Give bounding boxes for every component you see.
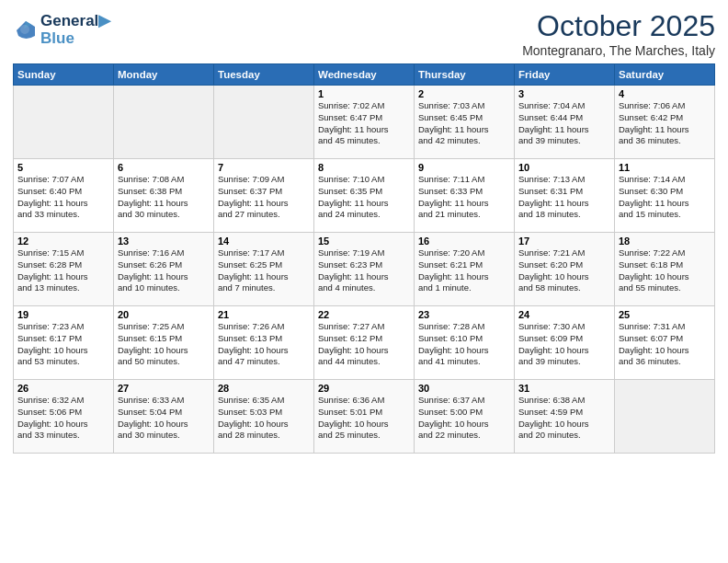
day-cell: 4Sunrise: 7:06 AM Sunset: 6:42 PM Daylig…	[615, 86, 715, 159]
day-detail: Sunrise: 7:08 AM Sunset: 6:38 PM Dayligh…	[118, 174, 210, 221]
col-header-friday: Friday	[515, 64, 615, 86]
day-number: 24	[518, 309, 610, 320]
day-cell: 17Sunrise: 7:21 AM Sunset: 6:20 PM Dayli…	[515, 233, 615, 306]
day-number: 21	[218, 309, 310, 320]
calendar-title: October 2025	[522, 9, 715, 43]
day-detail: Sunrise: 6:35 AM Sunset: 5:03 PM Dayligh…	[218, 395, 310, 442]
day-detail: Sunrise: 6:37 AM Sunset: 5:00 PM Dayligh…	[418, 395, 510, 442]
title-block: October 2025 Montegranaro, The Marches, …	[522, 9, 715, 58]
day-cell: 10Sunrise: 7:13 AM Sunset: 6:31 PM Dayli…	[515, 159, 615, 233]
day-number: 11	[619, 162, 711, 173]
day-cell: 7Sunrise: 7:09 AM Sunset: 6:37 PM Daylig…	[214, 159, 314, 233]
day-cell: 26Sunrise: 6:32 AM Sunset: 5:06 PM Dayli…	[14, 380, 114, 454]
day-cell: 20Sunrise: 7:25 AM Sunset: 6:15 PM Dayli…	[114, 306, 214, 380]
day-detail: Sunrise: 7:15 AM Sunset: 6:28 PM Dayligh…	[17, 247, 109, 294]
day-number: 27	[118, 383, 210, 394]
day-cell: 21Sunrise: 7:26 AM Sunset: 6:13 PM Dayli…	[214, 306, 314, 380]
day-cell: 30Sunrise: 6:37 AM Sunset: 5:00 PM Dayli…	[415, 380, 515, 454]
day-detail: Sunrise: 7:14 AM Sunset: 6:30 PM Dayligh…	[619, 174, 711, 221]
day-number: 14	[218, 236, 310, 247]
week-row-3: 12Sunrise: 7:15 AM Sunset: 6:28 PM Dayli…	[14, 233, 715, 306]
day-cell: 28Sunrise: 6:35 AM Sunset: 5:03 PM Dayli…	[214, 380, 314, 454]
day-cell: 25Sunrise: 7:31 AM Sunset: 6:07 PM Dayli…	[615, 306, 715, 380]
day-cell: 29Sunrise: 6:36 AM Sunset: 5:01 PM Dayli…	[314, 380, 415, 454]
header-row: SundayMondayTuesdayWednesdayThursdayFrid…	[14, 64, 715, 86]
logo-icon	[13, 17, 39, 43]
day-detail: Sunrise: 7:07 AM Sunset: 6:40 PM Dayligh…	[17, 174, 109, 221]
day-cell: 12Sunrise: 7:15 AM Sunset: 6:28 PM Dayli…	[14, 233, 114, 306]
day-detail: Sunrise: 7:20 AM Sunset: 6:21 PM Dayligh…	[418, 247, 510, 294]
day-cell: 3Sunrise: 7:04 AM Sunset: 6:44 PM Daylig…	[515, 86, 615, 159]
col-header-tuesday: Tuesday	[214, 64, 314, 86]
day-number: 28	[218, 383, 310, 394]
day-detail: Sunrise: 7:09 AM Sunset: 6:37 PM Dayligh…	[218, 174, 310, 221]
day-detail: Sunrise: 7:23 AM Sunset: 6:17 PM Dayligh…	[17, 321, 109, 368]
day-cell	[114, 86, 214, 159]
day-number: 15	[318, 236, 410, 247]
day-cell: 19Sunrise: 7:23 AM Sunset: 6:17 PM Dayli…	[14, 306, 114, 380]
day-number: 20	[118, 309, 210, 320]
week-row-4: 19Sunrise: 7:23 AM Sunset: 6:17 PM Dayli…	[14, 306, 715, 380]
day-cell: 24Sunrise: 7:30 AM Sunset: 6:09 PM Dayli…	[515, 306, 615, 380]
svg-point-1	[20, 25, 29, 34]
day-detail: Sunrise: 7:04 AM Sunset: 6:44 PM Dayligh…	[518, 100, 610, 147]
day-cell	[214, 86, 314, 159]
day-cell: 27Sunrise: 6:33 AM Sunset: 5:04 PM Dayli…	[114, 380, 214, 454]
day-cell: 18Sunrise: 7:22 AM Sunset: 6:18 PM Dayli…	[615, 233, 715, 306]
day-number: 30	[418, 383, 510, 394]
logo-text: General▶ Blue	[40, 13, 110, 47]
day-number: 6	[118, 162, 210, 173]
day-cell: 22Sunrise: 7:27 AM Sunset: 6:12 PM Dayli…	[314, 306, 415, 380]
day-detail: Sunrise: 6:32 AM Sunset: 5:06 PM Dayligh…	[17, 395, 109, 442]
day-number: 12	[17, 236, 109, 247]
day-cell: 15Sunrise: 7:19 AM Sunset: 6:23 PM Dayli…	[314, 233, 415, 306]
day-detail: Sunrise: 7:31 AM Sunset: 6:07 PM Dayligh…	[619, 321, 711, 368]
logo-line1: General▶	[40, 13, 110, 30]
day-detail: Sunrise: 7:25 AM Sunset: 6:15 PM Dayligh…	[118, 321, 210, 368]
col-header-saturday: Saturday	[615, 64, 715, 86]
day-detail: Sunrise: 7:27 AM Sunset: 6:12 PM Dayligh…	[318, 321, 410, 368]
day-number: 17	[518, 236, 610, 247]
day-number: 23	[418, 309, 510, 320]
calendar-page: General▶ Blue October 2025 Montegranaro,…	[0, 0, 728, 463]
day-number: 16	[418, 236, 510, 247]
day-detail: Sunrise: 7:22 AM Sunset: 6:18 PM Dayligh…	[619, 247, 711, 294]
day-number: 29	[318, 383, 410, 394]
day-cell: 31Sunrise: 6:38 AM Sunset: 4:59 PM Dayli…	[515, 380, 615, 454]
day-cell: 6Sunrise: 7:08 AM Sunset: 6:38 PM Daylig…	[114, 159, 214, 233]
day-number: 2	[418, 88, 510, 99]
day-number: 26	[17, 383, 109, 394]
day-number: 7	[218, 162, 310, 173]
day-cell: 8Sunrise: 7:10 AM Sunset: 6:35 PM Daylig…	[314, 159, 415, 233]
day-detail: Sunrise: 7:02 AM Sunset: 6:47 PM Dayligh…	[318, 100, 410, 147]
day-detail: Sunrise: 7:16 AM Sunset: 6:26 PM Dayligh…	[118, 247, 210, 294]
day-detail: Sunrise: 7:10 AM Sunset: 6:35 PM Dayligh…	[318, 174, 410, 221]
day-cell: 11Sunrise: 7:14 AM Sunset: 6:30 PM Dayli…	[615, 159, 715, 233]
day-cell: 5Sunrise: 7:07 AM Sunset: 6:40 PM Daylig…	[14, 159, 114, 233]
col-header-sunday: Sunday	[14, 64, 114, 86]
week-row-5: 26Sunrise: 6:32 AM Sunset: 5:06 PM Dayli…	[14, 380, 715, 454]
day-number: 22	[318, 309, 410, 320]
day-number: 3	[518, 88, 610, 99]
calendar-table: SundayMondayTuesdayWednesdayThursdayFrid…	[13, 63, 715, 454]
day-detail: Sunrise: 7:26 AM Sunset: 6:13 PM Dayligh…	[218, 321, 310, 368]
day-number: 19	[17, 309, 109, 320]
header: General▶ Blue October 2025 Montegranaro,…	[13, 9, 715, 58]
day-cell: 13Sunrise: 7:16 AM Sunset: 6:26 PM Dayli…	[114, 233, 214, 306]
day-cell	[14, 86, 114, 159]
day-number: 4	[619, 88, 711, 99]
day-number: 9	[418, 162, 510, 173]
calendar-subtitle: Montegranaro, The Marches, Italy	[522, 43, 715, 58]
day-number: 8	[318, 162, 410, 173]
day-detail: Sunrise: 6:33 AM Sunset: 5:04 PM Dayligh…	[118, 395, 210, 442]
day-detail: Sunrise: 7:30 AM Sunset: 6:09 PM Dayligh…	[518, 321, 610, 368]
day-number: 5	[17, 162, 109, 173]
day-detail: Sunrise: 7:21 AM Sunset: 6:20 PM Dayligh…	[518, 247, 610, 294]
col-header-wednesday: Wednesday	[314, 64, 415, 86]
day-number: 18	[619, 236, 711, 247]
day-cell: 23Sunrise: 7:28 AM Sunset: 6:10 PM Dayli…	[415, 306, 515, 380]
day-detail: Sunrise: 6:36 AM Sunset: 5:01 PM Dayligh…	[318, 395, 410, 442]
day-cell: 9Sunrise: 7:11 AM Sunset: 6:33 PM Daylig…	[415, 159, 515, 233]
day-detail: Sunrise: 7:28 AM Sunset: 6:10 PM Dayligh…	[418, 321, 510, 368]
day-number: 13	[118, 236, 210, 247]
